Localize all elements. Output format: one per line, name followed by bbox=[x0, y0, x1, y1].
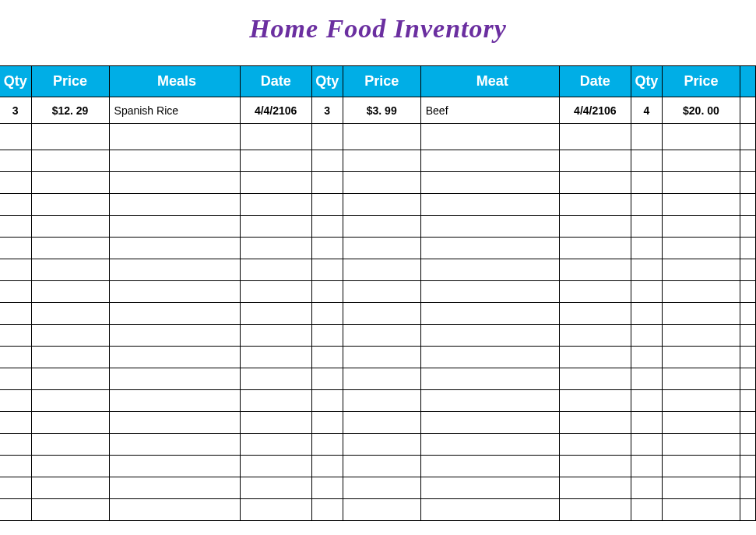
cell-empty[interactable] bbox=[420, 281, 559, 303]
cell-empty[interactable] bbox=[0, 281, 31, 303]
cell-empty[interactable] bbox=[740, 281, 755, 303]
cell-empty[interactable] bbox=[420, 456, 559, 477]
cell-empty[interactable] bbox=[631, 347, 662, 368]
cell-empty[interactable] bbox=[109, 172, 240, 194]
cell-empty[interactable] bbox=[740, 347, 755, 368]
table-row[interactable] bbox=[0, 172, 756, 194]
cell-empty[interactable] bbox=[559, 325, 631, 347]
cell-empty[interactable] bbox=[662, 368, 740, 390]
table-row[interactable] bbox=[0, 412, 756, 434]
cell-empty[interactable] bbox=[31, 194, 109, 216]
table-row[interactable] bbox=[0, 368, 756, 390]
cell-empty[interactable] bbox=[662, 259, 740, 281]
cell-empty[interactable] bbox=[740, 238, 755, 259]
cell-empty[interactable] bbox=[740, 390, 755, 412]
cell-empty[interactable] bbox=[31, 281, 109, 303]
table-row[interactable] bbox=[0, 325, 756, 347]
cell-empty[interactable] bbox=[311, 456, 343, 477]
cell-empty[interactable] bbox=[240, 303, 311, 325]
cell-empty[interactable] bbox=[631, 434, 662, 456]
cell-price-3[interactable]: $20. 00 bbox=[662, 97, 740, 124]
table-row[interactable] bbox=[0, 434, 756, 456]
cell-empty[interactable] bbox=[31, 347, 109, 368]
cell-empty[interactable] bbox=[31, 238, 109, 259]
cell-empty[interactable] bbox=[343, 194, 420, 216]
cell-qty-2[interactable]: 3 bbox=[311, 97, 343, 124]
cell-empty[interactable] bbox=[559, 194, 631, 216]
cell-empty[interactable] bbox=[559, 412, 631, 434]
cell-empty[interactable] bbox=[343, 368, 420, 390]
cell-empty[interactable] bbox=[343, 412, 420, 434]
table-row[interactable] bbox=[0, 347, 756, 368]
cell-empty[interactable] bbox=[0, 194, 31, 216]
cell-date-2[interactable]: 4/4/2106 bbox=[559, 97, 631, 124]
cell-empty[interactable] bbox=[343, 281, 420, 303]
cell-empty[interactable] bbox=[240, 150, 311, 172]
cell-empty[interactable] bbox=[343, 434, 420, 456]
cell-empty[interactable] bbox=[420, 303, 559, 325]
cell-empty[interactable] bbox=[311, 303, 343, 325]
cell-empty[interactable] bbox=[662, 216, 740, 238]
cell-empty[interactable] bbox=[559, 456, 631, 477]
cell-empty[interactable] bbox=[420, 259, 559, 281]
cell-empty[interactable] bbox=[31, 499, 109, 521]
cell-empty[interactable] bbox=[31, 172, 109, 194]
cell-empty[interactable] bbox=[240, 194, 311, 216]
cell-empty[interactable] bbox=[420, 150, 559, 172]
cell-empty[interactable] bbox=[662, 347, 740, 368]
cell-empty[interactable] bbox=[559, 281, 631, 303]
cell-empty[interactable] bbox=[420, 368, 559, 390]
table-row[interactable] bbox=[0, 281, 756, 303]
cell-empty[interactable] bbox=[109, 368, 240, 390]
cell-empty[interactable] bbox=[343, 390, 420, 412]
cell-empty[interactable] bbox=[343, 303, 420, 325]
cell-empty[interactable] bbox=[0, 456, 31, 477]
cell-date-1[interactable]: 4/4/2106 bbox=[240, 97, 311, 124]
table-row[interactable] bbox=[0, 216, 756, 238]
cell-empty[interactable] bbox=[109, 499, 240, 521]
cell-price-2[interactable]: $3. 99 bbox=[343, 97, 420, 124]
cell-tail[interactable] bbox=[740, 97, 755, 124]
cell-empty[interactable] bbox=[420, 412, 559, 434]
cell-empty[interactable] bbox=[240, 412, 311, 434]
cell-empty[interactable] bbox=[311, 150, 343, 172]
cell-empty[interactable] bbox=[31, 216, 109, 238]
cell-empty[interactable] bbox=[311, 172, 343, 194]
cell-empty[interactable] bbox=[0, 390, 31, 412]
cell-empty[interactable] bbox=[109, 194, 240, 216]
cell-empty[interactable] bbox=[240, 368, 311, 390]
cell-empty[interactable] bbox=[31, 368, 109, 390]
cell-empty[interactable] bbox=[631, 303, 662, 325]
cell-empty[interactable] bbox=[109, 238, 240, 259]
cell-empty[interactable] bbox=[740, 172, 755, 194]
table-row[interactable] bbox=[0, 259, 756, 281]
cell-empty[interactable] bbox=[0, 150, 31, 172]
cell-empty[interactable] bbox=[740, 325, 755, 347]
cell-empty[interactable] bbox=[0, 238, 31, 259]
cell-empty[interactable] bbox=[240, 434, 311, 456]
cell-empty[interactable] bbox=[420, 434, 559, 456]
cell-empty[interactable] bbox=[740, 303, 755, 325]
cell-empty[interactable] bbox=[240, 347, 311, 368]
cell-empty[interactable] bbox=[631, 216, 662, 238]
cell-empty[interactable] bbox=[420, 216, 559, 238]
cell-empty[interactable] bbox=[420, 477, 559, 499]
cell-empty[interactable] bbox=[559, 390, 631, 412]
cell-empty[interactable] bbox=[631, 456, 662, 477]
cell-empty[interactable] bbox=[740, 412, 755, 434]
cell-empty[interactable] bbox=[109, 412, 240, 434]
cell-empty[interactable] bbox=[31, 456, 109, 477]
cell-empty[interactable] bbox=[109, 150, 240, 172]
cell-empty[interactable] bbox=[631, 390, 662, 412]
cell-empty[interactable] bbox=[631, 172, 662, 194]
cell-empty[interactable] bbox=[311, 194, 343, 216]
cell-empty[interactable] bbox=[240, 238, 311, 259]
cell-meals[interactable]: Spanish Rice bbox=[109, 97, 240, 124]
cell-empty[interactable] bbox=[0, 259, 31, 281]
cell-empty[interactable] bbox=[311, 412, 343, 434]
cell-empty[interactable] bbox=[343, 172, 420, 194]
cell-empty[interactable] bbox=[343, 150, 420, 172]
cell-empty[interactable] bbox=[109, 216, 240, 238]
cell-empty[interactable] bbox=[0, 499, 31, 521]
table-row[interactable] bbox=[0, 194, 756, 216]
